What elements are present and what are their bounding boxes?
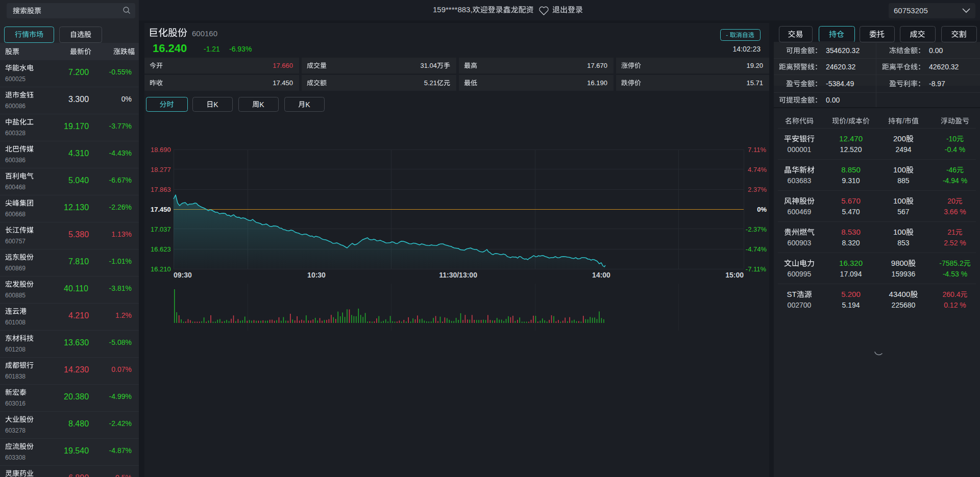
svg-text:11:30/13:00: 11:30/13:00 xyxy=(439,271,477,279)
svg-text:100: 100 xyxy=(893,196,906,205)
svg-text:354620.32: 354620.32 xyxy=(826,46,860,55)
svg-text:5.380: 5.380 xyxy=(68,230,89,239)
svg-text:12.470: 12.470 xyxy=(839,134,863,143)
svg-text:40.110: 40.110 xyxy=(64,284,88,293)
svg-text:K: K xyxy=(213,101,218,109)
svg-text:-4.43%: -4.43% xyxy=(109,149,132,157)
svg-text:-2.26%: -2.26% xyxy=(109,203,132,211)
svg-text:17.670: 17.670 xyxy=(587,62,607,69)
svg-text:0.00: 0.00 xyxy=(826,96,840,104)
svg-text:-2.37%: -2.37% xyxy=(746,225,767,233)
svg-text:12.130: 12.130 xyxy=(64,203,89,212)
svg-text:0.00: 0.00 xyxy=(929,46,943,55)
svg-text:-8.97: -8.97 xyxy=(929,80,945,88)
svg-text:200: 200 xyxy=(893,134,906,143)
svg-text:/: / xyxy=(846,117,848,125)
svg-text:2.52 %: 2.52 % xyxy=(944,239,966,247)
svg-text:17.094: 17.094 xyxy=(840,270,862,278)
svg-text:19.20: 19.20 xyxy=(747,62,764,69)
svg-text:13.630: 13.630 xyxy=(64,338,89,347)
svg-text:16.623: 16.623 xyxy=(151,245,171,253)
svg-text:567: 567 xyxy=(897,208,910,216)
svg-text:1.13%: 1.13% xyxy=(111,230,132,238)
svg-text:600025: 600025 xyxy=(5,76,26,83)
svg-text:601008: 601008 xyxy=(5,319,26,326)
svg-text:159936: 159936 xyxy=(892,270,916,278)
svg-text:-1.01%: -1.01% xyxy=(109,257,132,265)
svg-text:9.310: 9.310 xyxy=(842,177,860,185)
svg-text:60753205: 60753205 xyxy=(894,6,928,15)
svg-text:002700: 002700 xyxy=(788,301,812,309)
svg-text:18.277: 18.277 xyxy=(151,166,171,173)
svg-text:225680: 225680 xyxy=(892,301,916,309)
svg-text:-1.21: -1.21 xyxy=(204,45,220,53)
svg-text:9800: 9800 xyxy=(891,259,908,267)
svg-text:-3.81%: -3.81% xyxy=(109,284,132,292)
svg-text:-: - xyxy=(726,32,728,39)
svg-text:ST: ST xyxy=(787,290,796,298)
svg-text:600469: 600469 xyxy=(788,208,812,216)
svg-text:31.04: 31.04 xyxy=(421,62,437,69)
svg-text:-4.74%: -4.74% xyxy=(746,245,767,253)
svg-text:10:30: 10:30 xyxy=(307,271,326,279)
svg-text:100: 100 xyxy=(893,165,906,174)
svg-text:600386: 600386 xyxy=(5,157,26,164)
svg-text:20.380: 20.380 xyxy=(64,392,89,401)
svg-text:7.810: 7.810 xyxy=(68,257,89,266)
svg-text:600328: 600328 xyxy=(5,130,26,137)
svg-text:20: 20 xyxy=(947,197,955,205)
svg-text:-0.55%: -0.55% xyxy=(109,68,132,76)
svg-text:16.210: 16.210 xyxy=(151,265,171,273)
svg-text:-5.08%: -5.08% xyxy=(109,338,132,346)
svg-text:853: 853 xyxy=(897,239,910,247)
svg-text:2.37%: 2.37% xyxy=(748,186,767,193)
svg-text:-0.4 %: -0.4 % xyxy=(945,145,965,154)
svg-text:17.450: 17.450 xyxy=(273,79,293,87)
svg-text:-2.42%: -2.42% xyxy=(109,419,132,428)
svg-text:600468: 600468 xyxy=(5,184,26,191)
svg-text:0.5%: 0.5% xyxy=(115,473,132,477)
svg-text:600903: 600903 xyxy=(788,239,812,247)
svg-text:-6.67%: -6.67% xyxy=(109,176,132,184)
svg-text:4.74%: 4.74% xyxy=(748,166,767,173)
svg-text:2494: 2494 xyxy=(895,145,911,154)
svg-text:8.480: 8.480 xyxy=(68,419,89,428)
svg-text:12.520: 12.520 xyxy=(840,145,862,154)
svg-text:17.450: 17.450 xyxy=(151,206,171,213)
svg-text:600995: 600995 xyxy=(788,270,812,278)
svg-text:603278: 603278 xyxy=(5,427,26,434)
svg-text:603016: 603016 xyxy=(5,400,26,407)
svg-text:7.200: 7.200 xyxy=(68,68,89,77)
svg-text:000001: 000001 xyxy=(788,145,812,154)
svg-text:0.12 %: 0.12 % xyxy=(944,301,966,309)
svg-text:17.863: 17.863 xyxy=(151,186,171,193)
svg-text:5.200: 5.200 xyxy=(841,290,861,298)
svg-text:260.4: 260.4 xyxy=(943,290,961,298)
svg-text:5.470: 5.470 xyxy=(842,208,860,216)
svg-text:14.230: 14.230 xyxy=(64,365,89,374)
svg-text:K: K xyxy=(259,101,264,109)
svg-text:601838: 601838 xyxy=(5,373,26,380)
svg-text:24620.32: 24620.32 xyxy=(826,63,856,71)
svg-text:601208: 601208 xyxy=(5,346,26,353)
svg-text:-3.77%: -3.77% xyxy=(109,122,132,130)
svg-text:159****883,: 159****883, xyxy=(433,5,473,14)
svg-text:5.194: 5.194 xyxy=(842,301,860,309)
svg-text:0.07%: 0.07% xyxy=(111,365,132,373)
svg-text:18.690: 18.690 xyxy=(151,146,171,154)
svg-text:5.040: 5.040 xyxy=(68,176,89,185)
svg-text:0%: 0% xyxy=(757,206,767,213)
svg-text:/: / xyxy=(902,117,904,125)
svg-text:1.2%: 1.2% xyxy=(115,311,132,319)
svg-text:3.300: 3.300 xyxy=(68,95,89,104)
svg-text:603683: 603683 xyxy=(788,177,812,185)
svg-text:16.240: 16.240 xyxy=(153,42,187,55)
svg-text:5.21: 5.21 xyxy=(424,79,437,87)
svg-text:19.540: 19.540 xyxy=(64,446,89,455)
svg-text:-4.87%: -4.87% xyxy=(109,446,132,455)
svg-text:-7.11%: -7.11% xyxy=(746,265,767,273)
svg-text:-4.99%: -4.99% xyxy=(109,392,132,400)
svg-text:8.850: 8.850 xyxy=(841,165,861,174)
svg-text:5.670: 5.670 xyxy=(841,196,861,205)
svg-text:09:30: 09:30 xyxy=(174,271,192,279)
